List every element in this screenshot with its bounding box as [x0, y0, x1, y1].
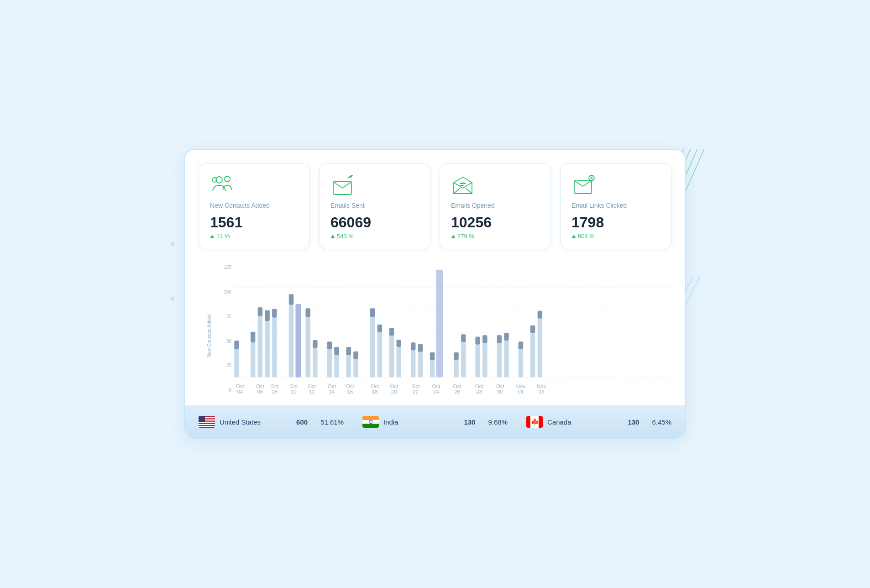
svg-rect-75	[504, 333, 508, 341]
kpi-label-email-links: Email Links Clicked	[571, 201, 660, 210]
svg-rect-47	[353, 359, 358, 378]
svg-rect-66	[461, 342, 466, 377]
svg-text:03: 03	[539, 388, 545, 394]
svg-text:08: 08	[272, 388, 278, 394]
svg-rect-42	[327, 341, 332, 349]
svg-rect-73	[497, 335, 502, 343]
kpi-card-emails-sent: Emails Sent 66069 543 %	[319, 163, 430, 249]
country-name-in: India	[383, 418, 398, 426]
svg-rect-48	[353, 352, 358, 359]
kpi-label-emails-opened: Emails Opened	[451, 201, 540, 210]
svg-text:14: 14	[329, 388, 335, 394]
country-item-us: United States 600 51.61%	[199, 416, 344, 428]
email-links-icon	[571, 173, 660, 197]
svg-rect-54	[389, 328, 394, 336]
kpi-row: New Contacts Added 1561 14 % Emails Sent	[199, 163, 671, 249]
y-tick-25: 25	[219, 363, 231, 368]
svg-rect-79	[530, 326, 535, 333]
svg-rect-50	[370, 308, 375, 317]
svg-rect-65	[454, 352, 458, 360]
svg-rect-63	[436, 270, 443, 378]
country-count-in: 130	[464, 418, 475, 426]
country-count-ca: 130	[628, 418, 639, 426]
svg-rect-38	[305, 308, 310, 317]
contacts-icon	[210, 173, 299, 197]
svg-rect-31	[265, 310, 269, 321]
y-axis-ticks: 0 25 50 75 100 125	[219, 265, 231, 402]
svg-rect-13	[460, 185, 464, 186]
kpi-value-emails-sent: 66069	[330, 214, 419, 231]
svg-rect-12	[460, 183, 466, 184]
country-item-ca: 🍁 Canada 130 6.45%	[526, 416, 671, 428]
svg-rect-70	[482, 343, 487, 378]
svg-rect-49	[370, 317, 375, 378]
svg-text:22: 22	[413, 388, 419, 394]
svg-rect-68	[475, 345, 480, 378]
svg-rect-69	[475, 337, 480, 345]
country-pct-us: 51.61%	[320, 418, 344, 426]
svg-rect-41	[327, 349, 332, 377]
svg-rect-76	[519, 349, 523, 377]
arrow-up-icon	[210, 235, 215, 238]
svg-rect-44	[334, 347, 339, 355]
svg-rect-52	[377, 325, 382, 332]
y-axis-label: New Contacts Added	[207, 315, 212, 357]
svg-rect-33	[272, 309, 277, 318]
svg-rect-67	[461, 334, 466, 342]
svg-rect-80	[538, 319, 542, 378]
svg-rect-45	[346, 355, 351, 377]
y-tick-125: 125	[219, 265, 231, 270]
flag-in	[362, 416, 379, 428]
svg-rect-46	[346, 347, 351, 355]
svg-rect-62	[430, 352, 435, 360]
svg-text:16: 16	[347, 388, 353, 394]
svg-rect-60	[418, 344, 423, 352]
svg-text:24: 24	[433, 388, 439, 394]
country-divider-2	[517, 413, 517, 431]
svg-text:28: 28	[476, 388, 482, 394]
svg-rect-34	[289, 305, 293, 378]
country-pct-in: 9.68%	[488, 418, 508, 426]
svg-text:30: 30	[497, 388, 503, 394]
x-mark-2: ×	[170, 295, 174, 303]
country-row: United States 600 51.61% India 130 9.68%	[185, 405, 685, 438]
chart-inner: Oct 04 Oct 06 Oct 08 Oct 10 Oct 12 Oct 1…	[231, 265, 671, 402]
svg-rect-36	[295, 304, 301, 378]
svg-rect-77	[519, 341, 523, 349]
country-count-us: 600	[296, 418, 308, 426]
flag-us	[199, 416, 215, 428]
svg-text:01: 01	[518, 388, 524, 394]
svg-rect-64	[454, 360, 458, 378]
y-axis-label-container: New Contacts Added	[199, 265, 219, 402]
svg-text:06: 06	[257, 388, 263, 394]
country-name-ca: Canada	[547, 418, 571, 426]
kpi-value-new-contacts: 1561	[210, 214, 299, 231]
country-item-in: India 130 9.68%	[362, 416, 508, 428]
svg-rect-78	[530, 333, 535, 377]
kpi-card-emails-opened: Emails Opened 10256 279 %	[440, 163, 551, 249]
svg-rect-61	[430, 360, 435, 378]
kpi-change-emails-opened: 279 %	[451, 233, 540, 240]
svg-rect-72	[497, 343, 502, 378]
svg-rect-35	[289, 294, 293, 305]
kpi-value-emails-opened: 10256	[451, 214, 540, 231]
dashboard-wrapper: × × × × × × × ×	[184, 149, 686, 439]
svg-rect-58	[411, 342, 415, 350]
maple-leaf-icon: 🍁	[531, 419, 539, 425]
kpi-label-new-contacts: New Contacts Added	[210, 201, 299, 210]
country-divider-1	[353, 413, 353, 431]
svg-rect-27	[251, 332, 255, 343]
kpi-change-email-links: 904 %	[571, 233, 660, 240]
svg-rect-40	[313, 340, 317, 348]
arrow-up-icon-4	[571, 235, 576, 238]
svg-rect-24	[234, 349, 239, 377]
svg-rect-55	[397, 347, 401, 377]
kpi-change-emails-sent: 543 %	[330, 233, 419, 240]
flag-ca: 🍁	[526, 416, 543, 428]
svg-rect-28	[258, 316, 262, 378]
svg-text:26: 26	[454, 388, 460, 394]
svg-text:10: 10	[291, 388, 297, 394]
svg-rect-39	[313, 348, 317, 377]
svg-rect-71	[482, 335, 487, 343]
kpi-card-email-links: Email Links Clicked 1798 904 %	[560, 163, 671, 249]
